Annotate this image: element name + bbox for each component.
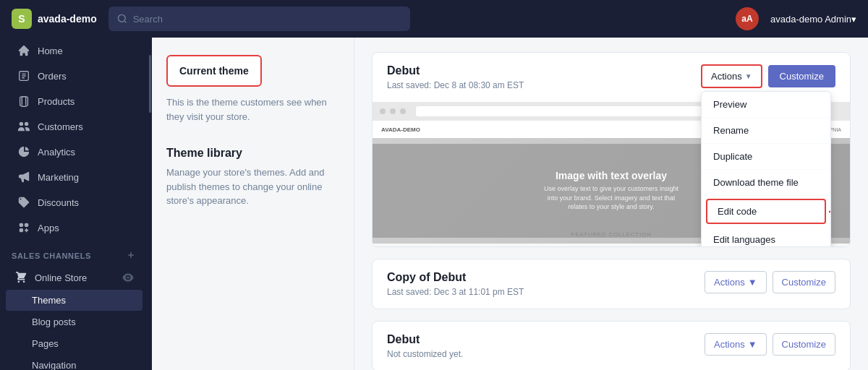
dropdown-item-edit-code[interactable]: Edit code — [706, 199, 826, 224]
sidebar-item-customers[interactable]: Customers — [6, 114, 142, 139]
chevron-down-icon: ▼ — [745, 72, 752, 80]
copy-debut-actions-button[interactable]: Actions ▼ — [705, 271, 767, 293]
admin-label[interactable]: avada-demo Admin▾ — [770, 14, 856, 25]
sidebar-item-online-store[interactable]: Online Store — [6, 266, 142, 289]
preview-store-name: AVADA-DEMO — [381, 126, 420, 133]
sidebar-scrollbar-thumb — [149, 55, 151, 113]
copy-debut-customize-button[interactable]: Customize — [773, 271, 835, 293]
avatar[interactable]: aA — [736, 7, 759, 30]
sidebar-sub-item-navigation[interactable]: Navigation — [6, 355, 142, 370]
theme-card-copy-debut: Copy of Debut Last saved: Dec 3 at 11:01… — [372, 259, 851, 309]
theme-card-debut2-info: Debut Not customized yet. — [387, 333, 463, 359]
left-panel: Current theme This is the theme customer… — [152, 38, 354, 370]
theme-card-debut-actions: Actions ▼ Customize Preview Rename — [701, 64, 835, 88]
theme-card-debut2: Debut Not customized yet. Actions ▼ Cust… — [372, 321, 851, 370]
topbar: S avada-demo aA avada-demo Admin▾ — [0, 0, 868, 38]
add-sales-channel-icon[interactable] — [125, 249, 137, 262]
apps-icon — [17, 221, 30, 234]
debut2-theme-saved: Not customized yet. — [387, 349, 463, 359]
sidebar-item-orders[interactable]: Orders — [6, 64, 142, 88]
search-input[interactable] — [133, 14, 402, 25]
theme-card-debut-header: Debut Last saved: Dec 8 at 08:30 am EST … — [373, 53, 850, 102]
sidebar-sub-item-blog-posts[interactable]: Blog posts — [6, 311, 142, 332]
dropdown-item-preview[interactable]: Preview — [702, 92, 830, 118]
home-icon — [17, 44, 30, 57]
copy-debut-theme-name: Copy of Debut — [387, 271, 524, 284]
search-container — [109, 7, 411, 31]
red-arrow-indicator — [829, 205, 831, 219]
sidebar: Home Orders Products Customers Analytics — [0, 38, 152, 370]
sidebar-item-products[interactable]: Products — [6, 89, 142, 113]
preview-overlay-text: Image with text overlay Use overlay text… — [539, 170, 684, 212]
chevron-down-icon: ▼ — [748, 277, 757, 288]
orders-icon — [17, 69, 30, 82]
sidebar-item-home[interactable]: Home — [6, 38, 142, 63]
debut2-actions-button[interactable]: Actions ▼ — [705, 333, 767, 356]
sidebar-sub-item-themes[interactable]: Themes — [6, 290, 142, 311]
chevron-down-icon: ▼ — [748, 339, 757, 350]
theme-card-copy-debut-info: Copy of Debut Last saved: Dec 3 at 11:01… — [387, 271, 524, 297]
products-icon — [17, 95, 30, 108]
discounts-icon — [17, 196, 30, 209]
debut-theme-name: Debut — [387, 64, 524, 77]
online-store-icon — [14, 271, 27, 284]
customers-icon — [17, 120, 30, 133]
copy-debut-theme-saved: Last saved: Dec 3 at 11:01 pm EST — [387, 287, 524, 297]
sidebar-sub-item-pages[interactable]: Pages — [6, 333, 142, 354]
theme-library-section: Theme library Manage your store's themes… — [166, 147, 339, 208]
current-theme-label: Current theme — [166, 55, 262, 87]
marketing-icon — [17, 171, 30, 184]
theme-card-copy-debut-actions: Actions ▼ Customize — [705, 271, 835, 293]
analytics-icon — [17, 145, 30, 158]
dropdown-item-rename[interactable]: Rename — [702, 118, 830, 144]
sidebar-item-discounts[interactable]: Discounts — [6, 190, 142, 215]
dropdown-item-duplicate[interactable]: Duplicate — [702, 144, 830, 170]
sidebar-item-marketing[interactable]: Marketing — [6, 165, 142, 189]
theme-card-debut-info: Debut Last saved: Dec 8 at 08:30 am EST — [387, 64, 524, 90]
theme-library-title: Theme library — [166, 147, 339, 160]
dropdown-item-edit-languages[interactable]: Edit languages — [702, 227, 830, 247]
layout: Home Orders Products Customers Analytics — [0, 38, 868, 370]
theme-description: This is the theme customers see when the… — [166, 95, 339, 124]
actions-dropdown-menu: Preview Rename Duplicate Download theme … — [701, 91, 831, 247]
theme-card-debut2-actions: Actions ▼ Customize — [705, 333, 835, 356]
preview-overlay-title: Image with text overlay — [539, 170, 684, 181]
theme-card-copy-debut-header: Copy of Debut Last saved: Dec 3 at 11:01… — [373, 259, 850, 309]
search-icon — [117, 14, 127, 24]
sidebar-scrollbar — [148, 38, 152, 370]
sidebar-wrapper: Home Orders Products Customers Analytics — [0, 38, 152, 370]
browser-dot-3 — [400, 108, 406, 114]
sidebar-item-apps[interactable]: Apps — [6, 215, 142, 240]
eye-icon — [122, 272, 134, 283]
theme-library-desc: Manage your store's themes. Add and publ… — [166, 165, 339, 208]
page-layout: Current theme This is the theme customer… — [152, 38, 868, 370]
right-panel: Debut Last saved: Dec 8 at 08:30 am EST … — [354, 38, 868, 370]
search-wrapper — [109, 7, 411, 31]
sales-channels-label: SALES CHANNELS — [0, 241, 148, 265]
debut-theme-saved: Last saved: Dec 8 at 08:30 am EST — [387, 80, 524, 90]
preview-featured-label: FEATURED COLLECTION — [571, 231, 651, 238]
shopify-logo: S — [12, 9, 32, 29]
svg-point-0 — [118, 14, 125, 22]
sidebar-content: Home Orders Products Customers Analytics — [0, 38, 148, 370]
dropdown-item-download[interactable]: Download theme file — [702, 170, 830, 196]
theme-card-debut2-header: Debut Not customized yet. Actions ▼ Cust… — [373, 322, 850, 370]
main-content: Current theme This is the theme customer… — [152, 38, 868, 370]
customize-button[interactable]: Customize — [768, 65, 835, 87]
brand[interactable]: S avada-demo — [12, 9, 97, 29]
debut2-customize-button[interactable]: Customize — [773, 333, 835, 356]
sidebar-item-analytics[interactable]: Analytics — [6, 139, 142, 164]
actions-button[interactable]: Actions ▼ — [701, 64, 762, 88]
preview-overlay-sub: Use overlay text to give your customers … — [539, 184, 684, 212]
debut2-theme-name: Debut — [387, 333, 463, 346]
brand-name: avada-demo — [38, 13, 97, 25]
browser-dot-1 — [380, 108, 386, 114]
browser-dot-2 — [390, 108, 396, 114]
theme-card-debut: Debut Last saved: Dec 8 at 08:30 am EST … — [372, 52, 851, 247]
